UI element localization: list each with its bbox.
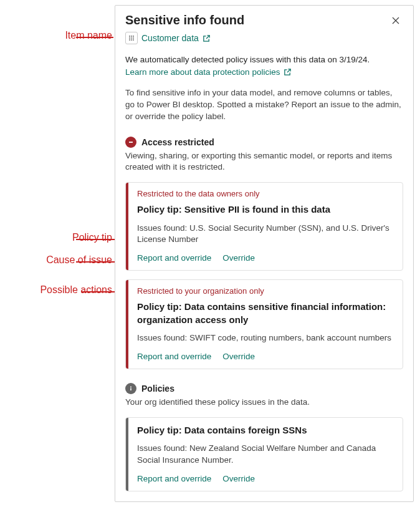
item-name-text: Customer data xyxy=(141,33,199,43)
svg-point-4 xyxy=(133,36,134,37)
svg-line-12 xyxy=(287,69,290,72)
svg-point-9 xyxy=(131,39,132,41)
svg-point-8 xyxy=(129,39,130,41)
close-icon xyxy=(391,18,401,27)
annotation-actions: Possible actions xyxy=(40,284,112,295)
policy-card: Policy tip: Data contains foreign SSNs I… xyxy=(125,417,403,491)
annotation-policy-tip: Policy tip xyxy=(72,232,112,243)
svg-point-14 xyxy=(130,386,131,387)
policy-tip-text: Policy tip: Sensitive PII is found in th… xyxy=(137,203,394,216)
policies-title: Policies xyxy=(141,384,174,394)
restriction-label: Restricted to your organization only xyxy=(137,286,394,296)
report-override-link[interactable]: Report and override xyxy=(137,253,211,263)
svg-point-3 xyxy=(131,36,132,37)
svg-point-2 xyxy=(129,36,130,37)
override-link[interactable]: Override xyxy=(222,253,255,263)
detected-text: We automatically detected policy issues … xyxy=(125,54,403,66)
override-link[interactable]: Override xyxy=(222,474,255,483)
report-override-link[interactable]: Report and override xyxy=(137,352,211,361)
restriction-label: Restricted to the data owners only xyxy=(137,189,394,198)
policy-tip-text: Policy tip: Data contains sensitive fina… xyxy=(137,301,394,326)
close-button[interactable] xyxy=(388,13,403,28)
issues-text: Issues found: SWIFT code, routing number… xyxy=(137,332,394,344)
policy-card: Restricted to your organization only Pol… xyxy=(125,279,403,369)
item-name-link[interactable]: Customer data xyxy=(141,33,211,43)
svg-point-6 xyxy=(131,37,132,39)
access-restricted-title: Access restricted xyxy=(141,137,214,147)
sensitive-info-dialog: Sensitive info found Customer data xyxy=(115,5,414,502)
dialog-title: Sensitive info found xyxy=(125,13,244,27)
issues-text: Issues found: U.S. Social Security Numbe… xyxy=(137,223,394,246)
report-override-link[interactable]: Report and override xyxy=(137,474,211,483)
learn-more-text: Learn more about data protection policie… xyxy=(125,67,280,77)
svg-point-7 xyxy=(133,37,134,39)
info-icon xyxy=(125,383,136,394)
svg-rect-15 xyxy=(130,388,131,390)
learn-more-link[interactable]: Learn more about data protection policie… xyxy=(125,67,292,77)
svg-line-11 xyxy=(206,36,209,39)
issues-text: Issues found: New Zealand Social Welfare… xyxy=(137,443,394,466)
annotation-cause: Cause of issue xyxy=(46,254,112,265)
open-external-icon xyxy=(203,34,211,42)
access-restricted-sub: Viewing, sharing, or exporting this sema… xyxy=(125,150,403,174)
restricted-icon xyxy=(125,137,136,148)
policies-sub: Your org identified these policy issues … xyxy=(125,397,403,408)
policies-header: Policies xyxy=(125,383,403,394)
instructions-text: To find sensitive info in your data mode… xyxy=(125,87,403,123)
override-link[interactable]: Override xyxy=(222,352,255,361)
policy-card: Restricted to the data owners only Polic… xyxy=(125,182,403,271)
svg-point-5 xyxy=(129,37,130,39)
access-restricted-header: Access restricted xyxy=(125,137,403,148)
annotation-item-name: Item name xyxy=(65,30,112,41)
open-external-icon xyxy=(284,68,292,76)
svg-point-10 xyxy=(133,39,134,41)
policy-tip-text: Policy tip: Data contains foreign SSNs xyxy=(137,424,394,437)
dataset-icon xyxy=(125,32,138,44)
